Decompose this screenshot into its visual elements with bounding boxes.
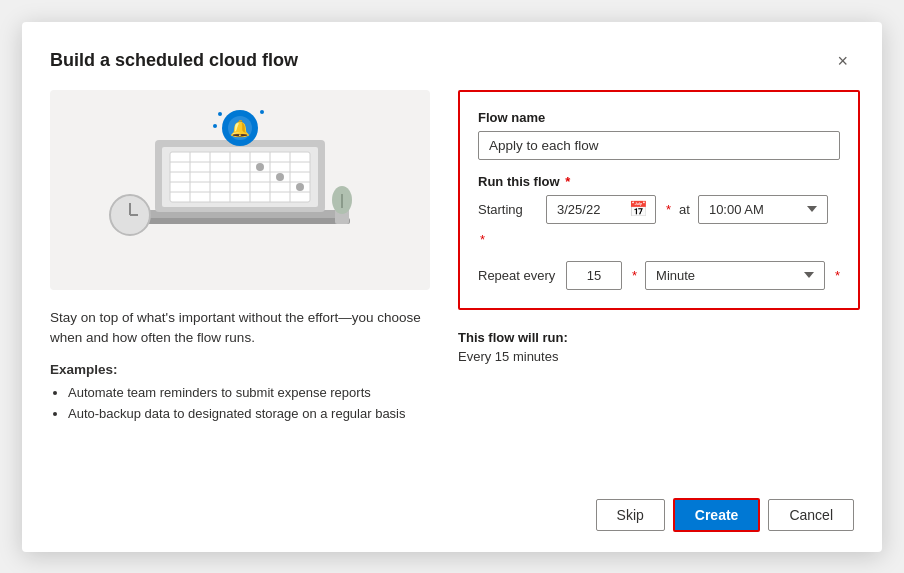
cancel-button[interactable]: Cancel bbox=[768, 499, 854, 531]
flow-name-label: Flow name bbox=[478, 110, 840, 125]
dialog-title: Build a scheduled cloud flow bbox=[50, 50, 298, 71]
svg-point-27 bbox=[218, 112, 222, 116]
examples-label: Examples: bbox=[50, 362, 430, 377]
svg-point-29 bbox=[213, 124, 217, 128]
run-this-flow-required: * bbox=[565, 174, 570, 189]
svg-point-17 bbox=[256, 163, 264, 171]
unit-required: * bbox=[835, 268, 840, 283]
svg-point-15 bbox=[276, 173, 284, 181]
run-row: Starting 📅 * at 10:00 AM 11:00 AM 12:00 … bbox=[478, 195, 840, 247]
svg-point-28 bbox=[260, 110, 264, 114]
flow-will-run: This flow will run: Every 15 minutes bbox=[458, 330, 860, 364]
flow-name-group: Flow name bbox=[478, 110, 840, 160]
illustration-svg: 🔔 bbox=[80, 100, 400, 280]
date-required-star: * bbox=[666, 202, 671, 217]
svg-rect-4 bbox=[170, 152, 310, 202]
svg-text:🔔: 🔔 bbox=[230, 119, 250, 138]
repeat-num-required: * bbox=[632, 268, 637, 283]
examples-list: Automate team reminders to submit expens… bbox=[50, 383, 430, 425]
left-description: Stay on top of what's important without … bbox=[50, 308, 430, 349]
close-button[interactable]: × bbox=[831, 50, 854, 72]
repeat-row: Repeat every * Second Minute Hour Day We… bbox=[478, 261, 840, 290]
dialog-header: Build a scheduled cloud flow × bbox=[50, 50, 854, 72]
run-this-flow-group: Run this flow * Starting 📅 * at 10:00 AM bbox=[478, 174, 840, 247]
date-input-wrap: 📅 bbox=[546, 195, 656, 224]
starting-label: Starting bbox=[478, 202, 538, 217]
time-required-star: * bbox=[480, 232, 485, 247]
repeat-every-label: Repeat every bbox=[478, 268, 558, 283]
unit-select[interactable]: Second Minute Hour Day Week Month bbox=[645, 261, 825, 290]
right-panel: Flow name Run this flow * Starting 📅 bbox=[458, 90, 860, 468]
example-item-2: Auto-backup data to designated storage o… bbox=[68, 404, 430, 425]
repeat-num-input[interactable] bbox=[566, 261, 622, 290]
illustration: 🔔 bbox=[50, 90, 430, 290]
dialog-footer: Skip Create Cancel bbox=[50, 486, 854, 532]
dialog-body: 🔔 Stay on top of what's important withou… bbox=[50, 90, 854, 468]
date-input[interactable] bbox=[546, 195, 656, 224]
build-scheduled-flow-dialog: Build a scheduled cloud flow × bbox=[22, 22, 882, 552]
flow-will-run-title: This flow will run: bbox=[458, 330, 860, 345]
example-item-1: Automate team reminders to submit expens… bbox=[68, 383, 430, 404]
skip-button[interactable]: Skip bbox=[596, 499, 665, 531]
flow-will-run-value: Every 15 minutes bbox=[458, 349, 860, 364]
svg-point-16 bbox=[296, 183, 304, 191]
create-button[interactable]: Create bbox=[673, 498, 761, 532]
repeat-every-group: Repeat every * Second Minute Hour Day We… bbox=[478, 261, 840, 290]
form-box: Flow name Run this flow * Starting 📅 bbox=[458, 90, 860, 310]
at-label: at bbox=[679, 202, 690, 217]
time-select[interactable]: 10:00 AM 11:00 AM 12:00 PM 1:00 PM bbox=[698, 195, 828, 224]
run-this-flow-label: Run this flow * bbox=[478, 174, 840, 189]
left-panel: 🔔 Stay on top of what's important withou… bbox=[50, 90, 430, 468]
svg-rect-1 bbox=[130, 218, 350, 224]
flow-name-input[interactable] bbox=[478, 131, 840, 160]
